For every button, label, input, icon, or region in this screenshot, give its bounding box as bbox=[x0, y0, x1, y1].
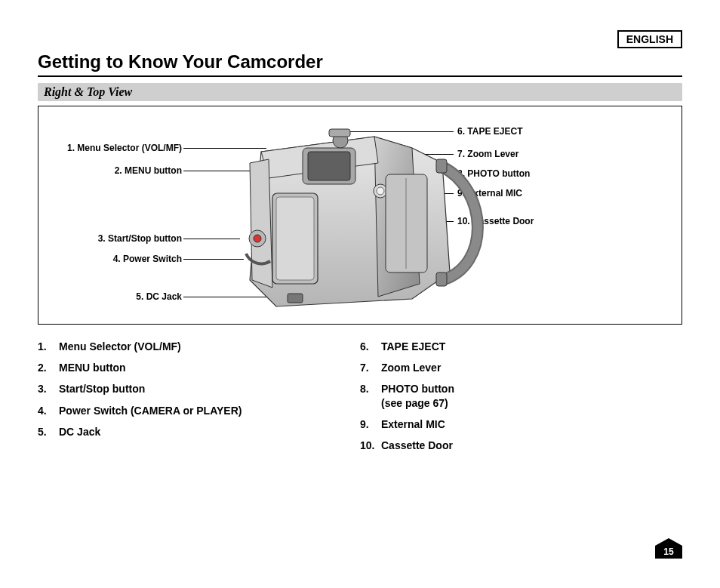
callout-label-2: 2. MENU button bbox=[115, 165, 182, 176]
list-num: 3. bbox=[38, 382, 59, 396]
list-num: 4. bbox=[38, 404, 59, 417]
svg-rect-3 bbox=[308, 152, 350, 180]
callout-label-5: 5. DC Jack bbox=[136, 291, 182, 302]
list-text: MENU button bbox=[59, 361, 126, 374]
list-item: 3.Start/Stop button bbox=[38, 382, 360, 396]
svg-rect-13 bbox=[288, 294, 303, 303]
list-text-sub: (see page 67) bbox=[381, 397, 448, 409]
list-num: 5. bbox=[38, 425, 59, 439]
diagram-container: 1. Menu Selector (VOL/MF) 2. MENU button… bbox=[38, 106, 682, 325]
page-title: Getting to Know Your Camcorder bbox=[38, 51, 682, 72]
list-text: Power Switch (CAMERA or PLAYER) bbox=[59, 404, 242, 417]
list-text: External MIC bbox=[381, 417, 445, 431]
list-num: 2. bbox=[38, 361, 59, 374]
list-column-right: 6.TAPE EJECT 7.Zoom Lever 8.PHOTO button… bbox=[360, 340, 682, 460]
list-num: 10. bbox=[360, 439, 381, 452]
camcorder-illustration bbox=[216, 122, 495, 314]
svg-rect-11 bbox=[436, 159, 447, 173]
svg-point-8 bbox=[254, 235, 261, 242]
list-column-left: 1.Menu Selector (VOL/MF) 2.MENU button 3… bbox=[38, 340, 360, 460]
section-subtitle: Right & Top View bbox=[38, 83, 682, 101]
list-text: DC Jack bbox=[59, 425, 100, 439]
list-text: Cassette Door bbox=[381, 439, 453, 452]
list-num: 6. bbox=[360, 340, 381, 353]
svg-point-6 bbox=[377, 187, 384, 195]
list-text: Menu Selector (VOL/MF) bbox=[59, 340, 181, 353]
list-text-main: PHOTO button bbox=[381, 383, 454, 395]
list-num: 1. bbox=[38, 340, 59, 353]
language-box: ENGLISH bbox=[617, 30, 682, 48]
list-item: 10.Cassette Door bbox=[360, 439, 682, 452]
list-item: 2.MENU button bbox=[38, 361, 360, 374]
list-num: 8. bbox=[360, 382, 381, 409]
callout-label-1: 1. Menu Selector (VOL/MF) bbox=[67, 143, 182, 153]
list-item: 4.Power Switch (CAMERA or PLAYER) bbox=[38, 404, 360, 417]
callout-label-3: 3. Start/Stop button bbox=[98, 233, 182, 244]
callout-label-4: 4. Power Switch bbox=[113, 254, 182, 264]
list-text: Start/Stop button bbox=[59, 382, 145, 396]
lists-container: 1.Menu Selector (VOL/MF) 2.MENU button 3… bbox=[38, 340, 682, 460]
title-underline bbox=[38, 75, 682, 77]
page-number: 15 bbox=[655, 546, 682, 559]
svg-rect-1 bbox=[276, 197, 314, 280]
list-item: 7.Zoom Lever bbox=[360, 361, 682, 374]
list-item: 5.DC Jack bbox=[38, 425, 360, 439]
list-item: 6.TAPE EJECT bbox=[360, 340, 682, 353]
list-item: 8.PHOTO button(see page 67) bbox=[360, 382, 682, 409]
page-number-marker: 15 bbox=[655, 538, 682, 558]
svg-rect-14 bbox=[329, 129, 350, 137]
triangle-icon bbox=[655, 538, 682, 546]
list-text: TAPE EJECT bbox=[381, 340, 445, 353]
svg-rect-12 bbox=[436, 272, 447, 286]
list-text: PHOTO button(see page 67) bbox=[381, 382, 454, 409]
list-item: 1.Menu Selector (VOL/MF) bbox=[38, 340, 360, 353]
list-text: Zoom Lever bbox=[381, 361, 441, 374]
list-num: 7. bbox=[360, 361, 381, 374]
list-item: 9.External MIC bbox=[360, 417, 682, 431]
list-num: 9. bbox=[360, 417, 381, 431]
